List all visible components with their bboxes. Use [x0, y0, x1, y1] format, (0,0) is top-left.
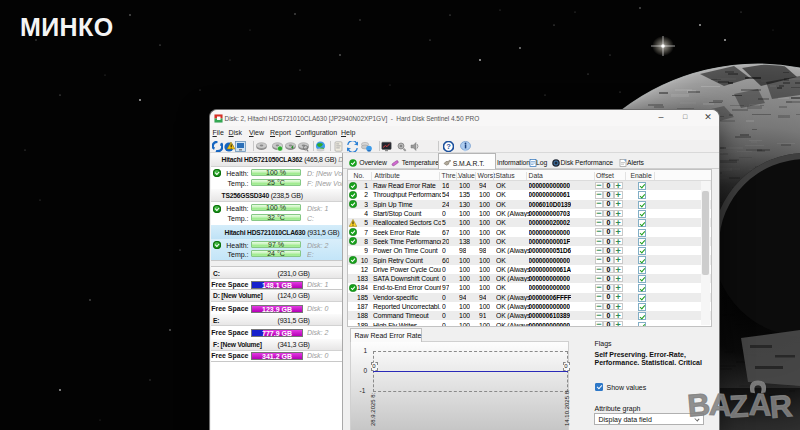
svg-text:?: ? [446, 142, 451, 151]
svg-text:Z: Z [728, 388, 749, 424]
svg-text:R: R [768, 388, 793, 425]
